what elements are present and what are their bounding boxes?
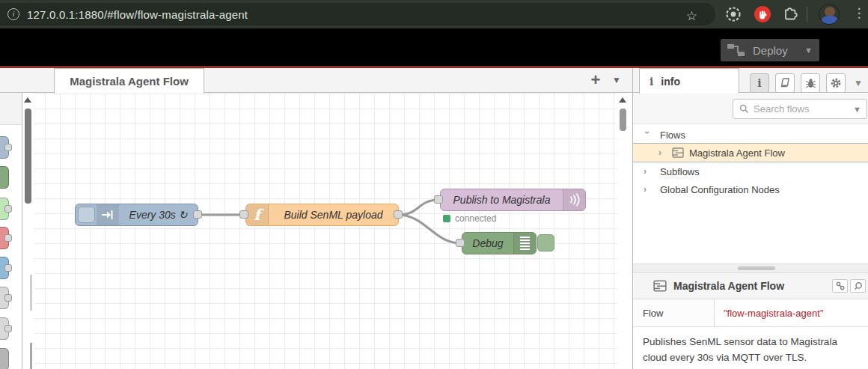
mqtt-publish-icon: [563, 189, 585, 210]
zoom-to-flow-button[interactable]: [850, 279, 866, 293]
palette-node-port: [4, 294, 12, 302]
chevron-right-icon[interactable]: ›: [644, 166, 651, 177]
debug-node[interactable]: Debug: [462, 232, 537, 254]
property-value[interactable]: "flow-magistrala-agent": [715, 299, 868, 326]
deploy-label: Deploy: [753, 44, 788, 57]
repeat-icon: ↻: [179, 209, 188, 221]
sidebar: i info i: [632, 68, 868, 369]
palette-node-port: [4, 234, 12, 242]
selected-flow-label: Magistrala Agent Flow: [689, 147, 785, 159]
sidebar-debug-button[interactable]: [801, 73, 820, 93]
bug-icon: [805, 78, 816, 89]
sidebar-info-button[interactable]: i: [750, 73, 769, 93]
extensions-puzzle-icon[interactable]: [783, 6, 798, 22]
inject-icon: [97, 204, 119, 225]
flow-property-row: Flow "flow-magistrala-agent": [633, 299, 868, 327]
function-output-port[interactable]: [394, 210, 403, 219]
url-text[interactable]: 127.0.0.1:1880/#flow/flow-magistrala-age…: [27, 8, 248, 21]
canvas-left-scrollbar[interactable]: [30, 275, 32, 311]
tab-list-caret-icon[interactable]: ▼: [612, 75, 621, 85]
inject-output-port[interactable]: [193, 210, 202, 219]
profile-avatar[interactable]: [819, 4, 840, 25]
palette-node-stub[interactable]: [0, 198, 9, 220]
status-connected-dot: [443, 215, 450, 222]
wire-function-mqtt[interactable]: [398, 200, 439, 215]
palette-node-port: [4, 144, 12, 151]
copy-link-button[interactable]: [832, 279, 848, 293]
wires-layer: [34, 93, 617, 369]
debug-node-label: Debug: [462, 237, 513, 249]
palette-scrollbar[interactable]: [25, 109, 31, 204]
palette-node-stub[interactable]: [0, 166, 9, 189]
tree-item-magistrala-agent-flow[interactable]: › Magistrala Agent Flow: [633, 143, 868, 162]
sidebar-help-button[interactable]: [775, 73, 795, 93]
bookmark-star-icon[interactable]: ☆: [686, 8, 697, 24]
mqtt-status: connected: [443, 213, 496, 224]
flows-label: Flows: [660, 129, 685, 141]
flow-icon: [672, 147, 684, 158]
chevron-right-icon[interactable]: ›: [658, 147, 666, 158]
debug-toggle-button[interactable]: [537, 234, 554, 251]
inject-node[interactable]: Every 30s ↻: [75, 204, 198, 226]
property-key: Flow: [633, 299, 715, 326]
palette-node-port: [4, 264, 12, 272]
debug-lines-icon: [513, 233, 536, 254]
palette-node-stub[interactable]: [0, 257, 9, 279]
palette-node-stub[interactable]: [0, 136, 9, 159]
palette-node-stub[interactable]: [0, 317, 9, 340]
magnifier-icon: [854, 281, 863, 290]
inject-trigger-button[interactable]: [78, 207, 95, 223]
book-icon: [780, 78, 791, 88]
extension-circle-icon[interactable]: [725, 6, 742, 22]
palette-node-port: [4, 325, 12, 332]
sidebar-config-button[interactable]: [826, 73, 846, 93]
palette-node-stub[interactable]: [0, 227, 9, 249]
toolbar-divider: [807, 7, 807, 22]
deploy-options-caret-icon[interactable]: ▼: [804, 46, 813, 55]
sidebar-search-area: ▼: [633, 94, 868, 124]
flow-description: Publishes SenML sensor data to Magistral…: [633, 327, 868, 369]
sidebar-tabs-caret-icon[interactable]: ▼: [854, 78, 863, 88]
site-info-icon[interactable]: i: [7, 8, 19, 20]
node-palette: [0, 93, 22, 369]
link-icon: [836, 281, 845, 290]
browser-menu-icon[interactable]: ⋮: [850, 5, 868, 21]
palette-node-stub[interactable]: [0, 348, 9, 369]
adblock-hand-icon[interactable]: [754, 6, 771, 22]
mqtt-input-port[interactable]: [434, 195, 443, 204]
mqtt-out-node[interactable]: Publish to Magistrala: [440, 189, 586, 211]
function-input-port[interactable]: [239, 210, 248, 219]
chevron-right-icon[interactable]: ›: [644, 184, 651, 195]
splitter-drag-handle[interactable]: [738, 266, 775, 270]
tree-item-global-config[interactable]: › Global Configuration Nodes: [633, 180, 868, 198]
tab-magistrala-agent-flow[interactable]: Magistrala Agent Flow: [54, 68, 204, 94]
search-flows-input[interactable]: [754, 103, 853, 115]
tab-info[interactable]: i info: [639, 68, 739, 94]
canvas-left-scrollbar-thumb[interactable]: [30, 343, 32, 369]
search-icon: [739, 104, 749, 114]
canvas-scroll-up-arrow[interactable]: [619, 97, 626, 103]
palette-search-area: [0, 93, 22, 125]
address-bar[interactable]: i 127.0.0.1:1880/#flow/flow-magistrala-a…: [0, 3, 715, 25]
palette-scroll-up-arrow[interactable]: [24, 97, 31, 103]
add-flow-button[interactable]: +: [587, 72, 604, 88]
palette-node-port: [4, 205, 12, 213]
function-icon: f: [246, 204, 269, 225]
tree-item-subflows[interactable]: › Subflows: [633, 162, 868, 180]
deploy-button[interactable]: Deploy ▼: [721, 39, 819, 61]
search-options-caret-icon[interactable]: ▼: [853, 105, 861, 114]
node-red-header: Deploy ▼: [0, 28, 868, 66]
function-node[interactable]: f Build SenML payload: [245, 204, 399, 226]
function-node-label: Build SenML payload: [269, 209, 398, 221]
inject-node-label: Every 30s ↻: [119, 209, 198, 221]
flow-tab-label: Magistrala Agent Flow: [70, 75, 189, 88]
info-panel-title: Magistrala Agent Flow: [673, 280, 784, 292]
tree-item-flows[interactable]: › Flows: [633, 126, 868, 144]
search-flows-box[interactable]: ▼: [733, 99, 867, 119]
debug-input-port[interactable]: [456, 239, 465, 247]
canvas-scrollbar[interactable]: [620, 109, 626, 131]
global-config-label: Global Configuration Nodes: [660, 184, 780, 195]
palette-node-stub[interactable]: [0, 287, 9, 309]
browser-toolbar: i 127.0.0.1:1880/#flow/flow-magistrala-a…: [0, 0, 868, 28]
chevron-down-icon[interactable]: ›: [642, 131, 652, 138]
